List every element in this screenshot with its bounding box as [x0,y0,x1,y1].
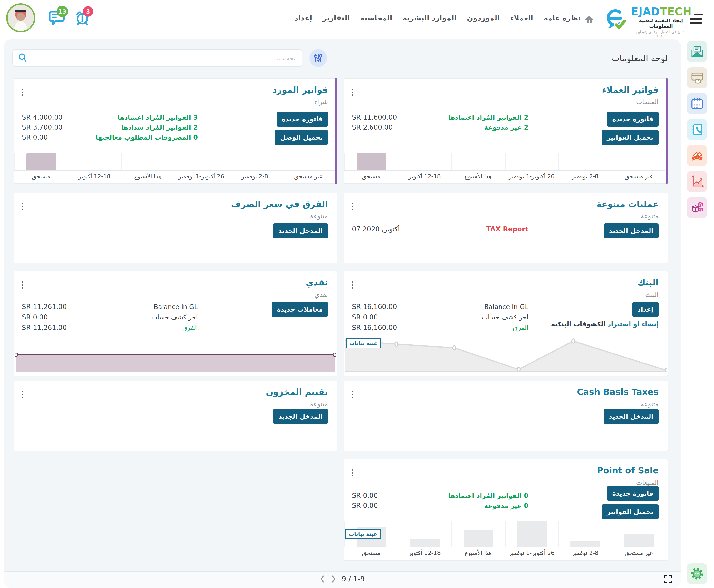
tax-report-link[interactable]: TAX Report [486,225,528,233]
stat-row: الفرق SR 16,160.00 [352,324,528,332]
chart-column [505,153,558,170]
unpaid-invoices-link[interactable]: 0 غير مدفوعة [484,502,528,509]
card-cash: نقدي نقدي معاملات جديدة Balance in GL SR… [14,271,337,376]
sidebar-tile-stock[interactable] [687,197,707,218]
chart-bar [517,521,547,547]
sidebar-tile-contacts[interactable] [687,119,707,140]
upload-invoices-button[interactable]: تحميل الفواتير [601,130,658,145]
chart-bar [26,153,56,170]
sample-data-badge: عينة بيانات [346,338,381,348]
sidebar-tile-calendar[interactable] [687,93,707,114]
nav-item-hr[interactable]: الموارد البشرية [403,14,456,22]
sidebar-tile-email[interactable] [687,41,707,62]
new-invoice-button[interactable]: فاتورة جديدة [277,111,328,127]
payment-terminal-icon [690,71,704,85]
cash-balance-chart [15,352,336,372]
search-input[interactable] [27,54,302,62]
x-axis-label: 12-18 أكتوبر [68,173,121,180]
bar-chart-plot [344,521,666,547]
last-statement-label: آخر كشف حساب [482,314,528,321]
chart-column [228,153,282,170]
brand-tagline: إيجاد التقنية لتقنية المعلومات [631,18,691,29]
bar-chart-plot [14,153,335,171]
chart-marker [453,345,456,350]
chart-column [121,153,175,170]
nav-item-overview[interactable]: نظرة عامة [544,14,581,22]
search-bar [13,49,302,67]
chart-marker [665,368,667,371]
brand-slogan: التميز في التحول الرقمي وتوطين التقنية [631,30,691,38]
upload-invoices-button[interactable]: تحميل الفواتير [601,504,658,519]
stat-row: 0 غير مدفوعة SR 0.00 [352,502,528,509]
stat-amount: SR 11,600.00 [352,113,397,121]
user-avatar[interactable] [6,3,35,33]
stat-amount: SR 16,160.00 [352,324,397,332]
logo-mark-icon [604,6,628,34]
card-menu-icon[interactable] [351,468,354,477]
calendar-icon [690,97,704,111]
invoices-to-approve-link[interactable]: 3 الفواتير المُراد اعتمادها [118,114,198,121]
card-menu-icon[interactable] [351,202,354,211]
chevron-right-icon[interactable] [331,575,336,583]
card-menu-icon[interactable] [21,280,24,290]
card-misc-operations: عمليات متنوعة متنوعة المدخل الجديد TAX R… [344,193,668,263]
stat-amount: SR 16,160.00- [352,303,400,311]
stat-row: آخر كشف حساب SR 0.00 [352,313,528,321]
card-menu-icon[interactable] [21,390,24,399]
home-icon[interactable] [585,14,594,25]
sample-data-badge: عينة بيانات [345,529,381,539]
card-subtitle: متنوعة [310,400,328,408]
card-bank: البنك البنك إعداد إنشاء أو استيراد الكشو… [344,271,668,376]
expenses-to-process-link[interactable]: 0 المصروفات المطلوب معالجتها [96,134,198,141]
stat-row: Balance in GL SR 11,261.00- [22,303,198,311]
create-or-import-statements-link[interactable]: إنشاء أو استيراد الكشوفات البنكية [551,320,658,328]
company-logo[interactable]: EJADTECH إيجاد التقنية لتقنية المعلومات … [604,6,691,38]
invoices-to-approve-link[interactable]: 0 الفواتير المُراد اعتمادها [448,492,528,499]
filter-button[interactable] [309,49,327,67]
upload-receipt-button[interactable]: تحميل الوصل [275,130,328,145]
stat-amount: SR 0.00 [352,313,378,321]
setup-button[interactable]: إعداد [632,302,658,317]
difference-link[interactable]: الفرق [513,324,528,331]
nav-item-reports[interactable]: التقارير [323,14,350,22]
new-transactions-button[interactable]: معاملات جديدة [271,302,328,317]
new-invoice-button[interactable]: فاتورة جديدة [607,486,659,501]
invoices-to-pay-link[interactable]: 2 الفواتير المُراد سدادها [121,124,198,131]
stat-amount: SR 0.00 [22,133,47,141]
chevron-left-icon[interactable] [320,575,325,583]
card-menu-icon[interactable] [351,280,354,290]
new-invoice-button[interactable]: فاتورة جديدة [607,111,659,127]
card-menu-icon[interactable] [351,390,354,399]
card-title: فواتير العملاء [602,85,658,95]
sidebar-tile-payments[interactable] [687,67,707,88]
filter-sliders-icon [313,52,324,64]
new-entry-button[interactable]: المدخل الجديد [273,409,328,424]
new-entry-button[interactable]: المدخل الجديد [604,409,658,424]
difference-link[interactable]: الفرق [182,324,198,331]
nav-item-suppliers[interactable]: الموردون [467,14,499,22]
open-envelope-icon [690,44,704,58]
card-exchange-rate-diff: الفرق في سعر الصرف متنوعة المدخل الجديد [14,193,337,263]
brand-name-secondary: TECH [660,5,692,18]
unpaid-invoices-link[interactable]: 2 غير مدفوعة [484,124,528,131]
new-entry-button[interactable]: المدخل الجديد [604,223,658,238]
stat-row: 0 الفواتير المُراد اعتمادها SR 0.00 [352,492,528,500]
card-menu-icon[interactable] [21,202,24,211]
invoices-to-approve-link[interactable]: 2 الفواتير المُراد اعتمادها [448,114,528,121]
nav-item-customers[interactable]: العملاء [510,14,533,22]
chart-column [612,521,666,547]
x-axis-label: مستحق [344,173,398,180]
chart-marker [517,367,520,371]
nav-item-accounting[interactable]: المحاسبة [360,14,392,22]
sidebar-tile-cash[interactable] [687,145,707,166]
settings-gear-button[interactable] [687,563,707,584]
fullscreen-icon[interactable] [664,575,673,585]
card-menu-icon[interactable] [21,88,24,97]
x-axis-label: مستحق [344,550,398,556]
new-entry-button[interactable]: المدخل الجديد [273,223,328,238]
nav-item-setup[interactable]: إعداد [294,14,312,22]
card-menu-icon[interactable] [351,88,354,97]
chart-marker [15,353,18,356]
sidebar-tile-analytics[interactable] [687,171,707,192]
chart-column [558,153,612,170]
